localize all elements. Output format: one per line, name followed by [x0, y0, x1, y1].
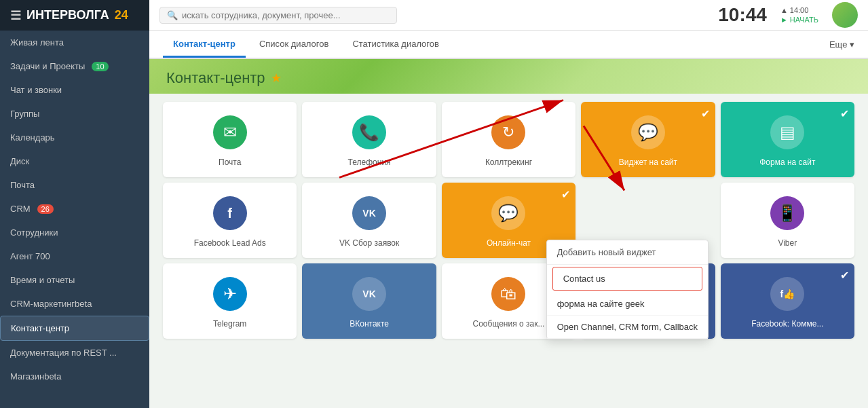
card-form[interactable]: ✔ ▤ Форма на сайт: [721, 102, 854, 177]
search-input[interactable]: [182, 10, 390, 20]
card-calltracking[interactable]: ↻ Коллтрекинг: [442, 102, 575, 177]
sidebar-item-14[interactable]: Магазинbeta: [0, 365, 149, 388]
sidebar-item-6[interactable]: Почта: [0, 173, 149, 197]
card-online-chat-label: Онлайн-чат: [487, 238, 531, 248]
card-viber[interactable]: 📱 Viber: [721, 183, 854, 258]
brand-name: ИНТЕРВОЛГА: [26, 8, 109, 22]
card-telegram-label: Telegram: [213, 319, 246, 329]
sidebar-item-0[interactable]: Живая лента: [0, 31, 149, 54]
search-icon: 🔍: [167, 10, 178, 20]
content-area: Контакт-центр ★ ✉ Почта 📞 Телефония: [149, 59, 868, 408]
card-email-label: Почта: [219, 157, 241, 167]
card-vk-leads-label: VK Сбор заявок: [339, 238, 399, 248]
dropdown-item-geek[interactable]: форма на сайте geek: [547, 293, 708, 316]
sidebar: ☰ ИНТЕРВОЛГА 24 Живая лентаЗадачи и Прое…: [0, 0, 149, 408]
hero-banner: Контакт-центр ★: [149, 59, 868, 94]
dropdown-item-contact-us[interactable]: Contact us: [552, 267, 702, 291]
sidebar-item-8[interactable]: Сотрудники: [0, 221, 149, 244]
dropdown-item-open-channel[interactable]: Open Channel, CRM form, Callback: [547, 316, 708, 339]
card-telephony[interactable]: 📞 Телефония: [302, 102, 436, 177]
card-vk-leads[interactable]: VK VK Сбор заявок: [302, 183, 436, 258]
sidebar-item-2[interactable]: Чат и звонки: [0, 78, 149, 102]
card-orders-msg-label: Сообщения о зак...: [473, 319, 545, 329]
widget-icon: 💬: [631, 115, 665, 149]
email-icon: ✉: [213, 115, 247, 149]
menu-icon[interactable]: ☰: [10, 8, 21, 23]
checkmark-icon-form: ✔: [840, 107, 849, 120]
form-icon: ▤: [770, 115, 804, 149]
sidebar-item-11[interactable]: CRM-маркетингbeta: [0, 292, 149, 316]
card-form-label: Форма на сайт: [759, 157, 815, 167]
start-label[interactable]: ► НАЧАТЬ: [780, 16, 818, 24]
dropdown-title: Добавить новый виджет: [547, 240, 708, 265]
time-label: ▲ 14:00: [780, 6, 808, 14]
topbar: 🔍 10:44 ▲ 14:00 ► НАЧАТЬ: [149, 0, 868, 31]
avatar[interactable]: [832, 2, 858, 28]
telegram-icon: ✈: [213, 277, 247, 311]
sidebar-item-9[interactable]: Агент 700: [0, 244, 149, 268]
vk-leads-icon: VK: [352, 196, 386, 230]
card-vkontakte-label: ВКонтакте: [350, 319, 389, 329]
checkmark-fb-comments: ✔: [840, 269, 849, 282]
orders-msg-icon: 🛍: [491, 277, 525, 311]
online-chat-icon: 💬: [491, 196, 525, 230]
time-control: ▲ 14:00 ► НАЧАТЬ: [780, 6, 818, 24]
card-telephony-label: Телефония: [348, 157, 391, 167]
card-widget-label: Виджет на сайт: [619, 157, 677, 167]
card-fb-comments-label: Facebook: Комме...: [751, 319, 823, 329]
checkmark-icon: ✔: [701, 107, 710, 120]
card-widget[interactable]: ✔ 💬 Виджет на сайт: [581, 102, 715, 177]
card-vkontakte[interactable]: VK ВКонтакте: [302, 263, 436, 339]
dropdown-menu: Добавить новый виджет Contact us форма н…: [546, 240, 709, 339]
tab-more[interactable]: Еще ▾: [829, 39, 854, 50]
card-fb-leads-label: Facebook Lead Ads: [194, 238, 266, 248]
sidebar-item-13[interactable]: Документация по REST ...: [0, 341, 149, 365]
brand-num: 24: [115, 8, 128, 22]
tab-dialog-list[interactable]: Список диалогов: [249, 32, 339, 58]
card-calltracking-label: Коллтрекинг: [485, 157, 532, 167]
card-telegram[interactable]: ✈ Telegram: [163, 263, 297, 339]
sidebar-menu: Живая лентаЗадачи и Проекты10Чат и звонк…: [0, 31, 149, 388]
calltracking-icon: ↻: [491, 115, 525, 149]
fb-comments-icon: f👍: [770, 277, 804, 311]
sidebar-header: ☰ ИНТЕРВОЛГА 24: [0, 0, 149, 31]
sidebar-item-10[interactable]: Время и отчеты: [0, 268, 149, 292]
viber-icon: 📱: [770, 196, 804, 230]
page-title: Контакт-центр ★: [166, 69, 851, 87]
main-area: 🔍 10:44 ▲ 14:00 ► НАЧАТЬ Контакт-центр С…: [149, 0, 868, 408]
sidebar-item-3[interactable]: Группы: [0, 102, 149, 126]
card-fb-comments[interactable]: ✔ f👍 Facebook: Комме...: [721, 263, 854, 339]
vk-icon: VK: [352, 277, 386, 311]
checkmark-online-chat: ✔: [561, 188, 570, 201]
telephony-icon: 📞: [352, 115, 386, 149]
clock-display: 10:44: [718, 4, 767, 26]
tabs-bar: Контакт-центр Список диалогов Статистика…: [149, 31, 868, 59]
page-title-text: Контакт-центр: [166, 69, 265, 87]
sidebar-item-1[interactable]: Задачи и Проекты10: [0, 54, 149, 78]
tab-contact-center[interactable]: Контакт-центр: [163, 32, 246, 58]
card-email[interactable]: ✉ Почта: [163, 102, 297, 177]
favorite-star-icon[interactable]: ★: [271, 71, 282, 86]
sidebar-item-12[interactable]: Контакт-центр: [0, 316, 149, 341]
sidebar-item-5[interactable]: Диск: [0, 149, 149, 173]
card-viber-label: Viber: [778, 238, 797, 248]
fb-leads-icon: f: [213, 196, 247, 230]
sidebar-item-4[interactable]: Календарь: [0, 126, 149, 149]
sidebar-item-7[interactable]: CRM26: [0, 197, 149, 221]
search-box[interactable]: 🔍: [159, 7, 397, 24]
tab-dialog-stats[interactable]: Статистика диалогов: [342, 32, 449, 58]
card-fb-leads[interactable]: f Facebook Lead Ads: [163, 183, 297, 258]
